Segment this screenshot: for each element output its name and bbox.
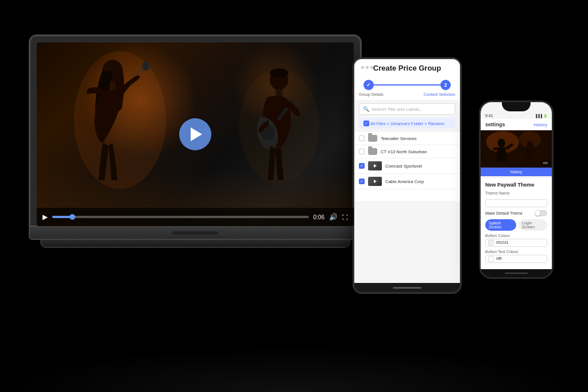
svg-point-4: [142, 61, 149, 71]
phone-video-label: HD: [541, 161, 550, 165]
button-text-colour-label: Button Text Colour: [485, 250, 547, 254]
tablet-dot-3: [370, 66, 373, 69]
button-text-colour-row: Button Text Colour #fff: [485, 250, 547, 263]
file-row-3[interactable]: ✓ Comcast Sportsnet: [354, 158, 460, 174]
tab-splash-screen[interactable]: Splash Screen: [485, 219, 516, 231]
volume-icon[interactable]: 🔊: [329, 213, 338, 222]
play-icon: [191, 127, 202, 141]
phone-screen: settings history HD: [481, 119, 552, 269]
file-name-3: Comcast Sportsnet: [385, 164, 455, 169]
svg-rect-2: [110, 81, 115, 90]
progress-dot: [69, 214, 75, 220]
step-1-label: Group Details: [359, 92, 384, 96]
folder-icon-1: [368, 135, 377, 142]
default-toggle-label: Make Default Theme: [485, 211, 523, 215]
theme-name-label: Theme Name: [485, 191, 547, 195]
step-line: [374, 84, 440, 86]
phone-blue-button[interactable]: history: [510, 170, 523, 174]
phone-header: settings history: [481, 119, 552, 130]
file-row-4[interactable]: ✓ Cable America Corp: [354, 174, 460, 189]
theme-name-row: Theme Name: [485, 191, 547, 207]
svg-rect-8: [276, 89, 283, 97]
file-name-1: Telecaller Services: [381, 136, 455, 141]
button-text-colour-value: #fff: [496, 257, 501, 261]
breadcrumb-checkbox[interactable]: ✓: [363, 121, 369, 126]
breadcrumb: ✓ All Files > Johanna's Folder > Random: [359, 118, 455, 129]
phone-section: New Paywall Theme Theme Name Make Defaul…: [481, 178, 552, 269]
tablet: Create Price Group ✓ 2 Group Details Con…: [353, 57, 462, 294]
phone-time: 9:41: [485, 114, 493, 118]
phone-status-bar: 9:41 ▐▐▐ 🔋: [481, 112, 552, 119]
button-colour-label: Button Colour: [485, 234, 547, 238]
phone-video-preview: HD: [481, 130, 552, 168]
check-icon: ✓: [365, 121, 368, 126]
singer-silhouette: [71, 45, 169, 195]
laptop-screen: ▶ 0:06 🔊 ⛶: [37, 42, 354, 226]
check-3: ✓: [360, 164, 363, 168]
default-toggle[interactable]: [535, 210, 547, 216]
button-colour-box[interactable]: #f1f1f1: [485, 239, 547, 247]
file-checkbox-4[interactable]: ✓: [359, 178, 365, 184]
step-2-label: Content Selection: [424, 92, 455, 96]
laptop-base: [29, 227, 362, 240]
theme-name-input[interactable]: [485, 199, 547, 207]
tablet-dot-1: [361, 66, 364, 69]
phone-tab-row: Splash Screen Login Screen: [485, 219, 547, 231]
laptop-bottom: [40, 240, 350, 248]
tablet-status-dots: [361, 66, 373, 69]
tablet-dot-2: [366, 66, 369, 69]
phone-notch: [502, 102, 531, 111]
toggle-knob: [535, 211, 540, 216]
file-name-4: Cable America Corp: [385, 179, 455, 184]
tablet-title: Create Price Group: [373, 64, 442, 72]
file-name-2: CT V13 North Suburban: [381, 149, 455, 154]
button-text-colour-swatch: [488, 256, 494, 262]
signal-icon: ▐▐▐: [535, 114, 542, 118]
file-play-icon-3: [374, 164, 377, 168]
step-labels: Group Details Content Selection: [354, 92, 460, 100]
svg-point-14: [498, 139, 505, 148]
laptop-screen-outer: ▶ 0:06 🔊 ⛶: [29, 34, 362, 227]
tablet-footer-space: [354, 189, 460, 201]
breadcrumb-text: All Files > Johanna's Folder > Random: [370, 121, 444, 126]
progress-bar[interactable]: [52, 216, 309, 218]
tablet-home-indicator: [354, 283, 460, 292]
video-time: 0:06: [314, 214, 324, 220]
tab-login-screen[interactable]: Login Screen: [519, 219, 547, 231]
laptop-video: [37, 42, 354, 226]
ground-shadow: [0, 346, 588, 392]
progress-fill: [52, 216, 73, 218]
battery-icon: 🔋: [543, 114, 547, 118]
button-text-colour-box[interactable]: #fff: [485, 255, 547, 263]
play-button[interactable]: [179, 118, 211, 150]
video-controls: ▶ 0:06 🔊 ⛶: [37, 208, 354, 226]
file-checkbox-2[interactable]: [359, 149, 365, 154]
phone-notch-area: [481, 102, 552, 112]
phone-header-title: settings: [485, 122, 505, 127]
search-placeholder: Search Title and Labels...: [372, 107, 423, 112]
tablet-search[interactable]: 🔍 Search Title and Labels...: [359, 103, 455, 115]
control-play-icon[interactable]: ▶: [42, 213, 48, 222]
laptop-hinge: [172, 231, 218, 235]
button-colour-row: Button Colour #f1f1f1: [485, 234, 547, 247]
search-icon: 🔍: [363, 106, 369, 112]
phone-status-icons: ▐▐▐ 🔋: [535, 114, 547, 118]
tablet-screen: Create Price Group ✓ 2 Group Details Con…: [354, 59, 460, 283]
video-thumb-3: [368, 161, 382, 170]
fullscreen-icon[interactable]: ⛶: [342, 214, 348, 220]
phone-home-indicator: [481, 269, 552, 277]
phone-home-bar: [505, 273, 528, 274]
folder-icon-2: [368, 148, 377, 155]
phone: 9:41 ▐▐▐ 🔋 settings history: [479, 100, 554, 279]
tablet-steps: ✓ 2: [354, 75, 460, 92]
phone-section-title: New Paywall Theme: [485, 182, 547, 188]
guitarist-silhouette: [233, 63, 325, 189]
step-1-circle: ✓: [363, 80, 374, 90]
file-row-2[interactable]: CT V13 North Suburban: [354, 145, 460, 158]
file-checkbox-1[interactable]: [359, 135, 365, 141]
video-thumb-4: [368, 177, 382, 186]
file-checkbox-3[interactable]: ✓: [359, 163, 365, 169]
file-row-1[interactable]: Telecaller Services: [354, 132, 460, 145]
laptop: ▶ 0:06 🔊 ⛶: [29, 34, 362, 248]
phone-header-btn[interactable]: history: [533, 122, 547, 127]
